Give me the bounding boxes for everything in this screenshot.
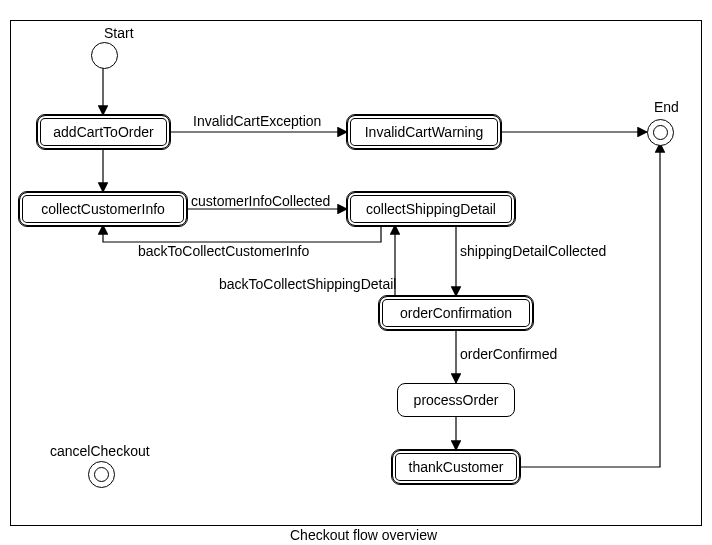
node-order-confirmation: orderConfirmation [379, 296, 533, 330]
diagram-caption: Checkout flow overview [290, 527, 437, 543]
edge-shipping-detail-collected: shippingDetailCollected [460, 243, 606, 259]
node-add-cart-to-order: addCartToOrder [37, 115, 170, 149]
cancel-node-inner [94, 467, 109, 482]
node-cancel-checkout: cancelCheckout [50, 443, 150, 459]
edge-back-to-collect-shipping-detail: backToCollectShippingDetail [219, 276, 396, 292]
edge-customer-info-collected: customerInfoCollected [191, 193, 330, 209]
start-label: Start [104, 25, 134, 41]
end-node-inner [653, 125, 668, 140]
node-invalid-cart-warning: InvalidCartWarning [347, 115, 501, 149]
diagram-frame: Start End addCartToOrder InvalidCartWarn… [0, 0, 712, 545]
node-collect-customer-info: collectCustomerInfo [19, 192, 187, 226]
end-label: End [654, 99, 679, 115]
node-thank-customer: thankCustomer [392, 450, 520, 484]
edge-invalid-cart-exception: InvalidCartException [193, 113, 321, 129]
edge-order-confirmed: orderConfirmed [460, 346, 557, 362]
node-collect-shipping-detail: collectShippingDetail [347, 192, 515, 226]
edge-back-to-collect-customer-info: backToCollectCustomerInfo [138, 243, 309, 259]
node-process-order: processOrder [397, 383, 515, 417]
start-node [91, 42, 118, 69]
